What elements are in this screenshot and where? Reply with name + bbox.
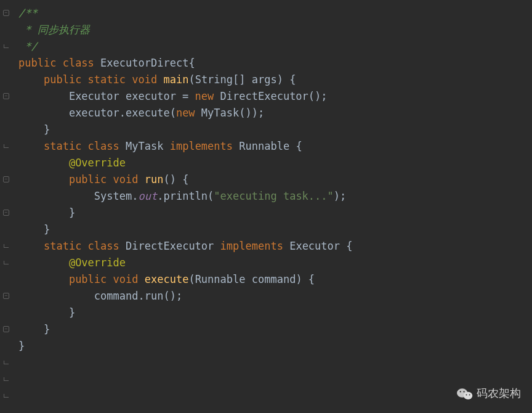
editor-gutter: −−−−−− (0, 0, 12, 413)
fold-open-icon[interactable]: − (2, 292, 10, 300)
code-line[interactable]: @Override (18, 155, 532, 171)
fold-close-icon[interactable] (2, 142, 10, 150)
code-line[interactable]: command.run(); (18, 288, 532, 305)
code-line[interactable]: Executor executor = new DirectExecutor()… (18, 88, 532, 105)
code-line[interactable]: */ (18, 38, 532, 55)
fold-close-icon[interactable] (2, 43, 10, 50)
code-line[interactable]: } (18, 221, 532, 238)
code-line[interactable]: public class ExecutorDirect{ (18, 55, 532, 72)
fold-close-icon[interactable] (2, 375, 10, 383)
svg-point-2 (460, 391, 461, 392)
code-line[interactable]: public void run() { (18, 171, 532, 188)
code-line[interactable]: } (18, 121, 532, 138)
svg-point-5 (469, 394, 470, 395)
code-line[interactable]: public void execute(Runnable command) { (18, 271, 532, 288)
code-content[interactable]: /** * 同步执行器 */public class ExecutorDirec… (12, 0, 532, 413)
svg-point-4 (466, 394, 467, 395)
code-line[interactable]: } (18, 305, 532, 321)
fold-open-icon[interactable]: − (2, 325, 10, 333)
code-editor: −−−−−− /** * 同步执行器 */public class Execut… (0, 0, 532, 413)
code-line[interactable]: } (18, 321, 532, 338)
svg-point-3 (463, 391, 464, 392)
code-line[interactable]: /** (18, 5, 532, 22)
fold-close-icon[interactable] (2, 359, 10, 366)
fold-open-icon[interactable]: − (2, 9, 10, 17)
code-line[interactable]: } (18, 338, 532, 354)
code-line[interactable]: public static void main(String[] args) { (18, 72, 532, 88)
fold-close-icon[interactable] (2, 242, 10, 250)
code-line[interactable]: executor.execute(new MyTask()); (18, 105, 532, 121)
code-line[interactable]: * 同步执行器 (18, 22, 532, 38)
fold-close-icon[interactable] (2, 392, 10, 399)
code-line[interactable]: static class MyTask implements Runnable … (18, 138, 532, 155)
svg-point-1 (464, 391, 472, 399)
fold-open-icon[interactable]: − (2, 92, 10, 100)
wechat-icon (457, 387, 473, 401)
fold-open-icon[interactable]: − (2, 176, 10, 183)
code-line[interactable]: System.out.println("executing task..."); (18, 188, 532, 205)
code-line[interactable]: @Override (18, 255, 532, 271)
watermark-text: 码农架构 (477, 385, 521, 402)
fold-close-icon[interactable] (2, 259, 10, 266)
code-line[interactable]: static class DirectExecutor implements E… (18, 238, 532, 255)
watermark: 码农架构 (457, 385, 521, 402)
code-line[interactable]: } (18, 205, 532, 221)
fold-open-icon[interactable]: − (2, 209, 10, 216)
